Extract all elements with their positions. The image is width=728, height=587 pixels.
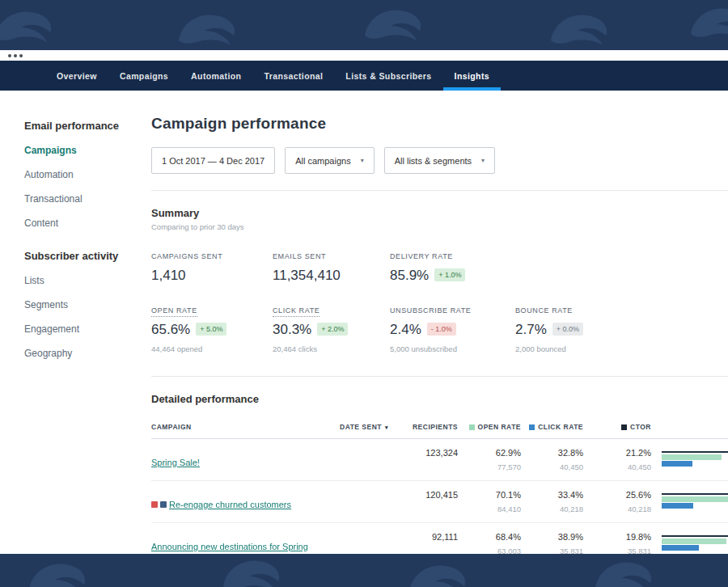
col-ctor[interactable]: CTOR [583, 423, 651, 431]
sidebar: Email performance Campaigns Automation T… [0, 91, 129, 554]
ctor-cell: 25.6%40,218 [583, 490, 651, 513]
stat-value: 2.4%- 1.0% [390, 322, 515, 338]
ctor-legend-icon [621, 424, 627, 430]
trend-badge: - 1.0% [427, 323, 456, 336]
sidebar-item-content[interactable]: Content [24, 217, 129, 229]
sidebar-item-segments[interactable]: Segments [24, 299, 129, 310]
sidebar-item-transactional[interactable]: Transactional [24, 193, 129, 205]
col-click-rate[interactable]: CLICK RATE [521, 423, 583, 431]
ctor-cell: 19.8%35,831 [583, 532, 651, 554]
sidebar-item-lists[interactable]: Lists [24, 275, 129, 286]
stat-sub: 5,000 unsubscribed [390, 344, 515, 353]
bottom-banner [0, 554, 728, 587]
table-header-row: CAMPAIGN DATE SENT▾ RECIPIENTS OPEN RATE… [151, 423, 728, 439]
swirl-icon [218, 554, 291, 587]
sidebar-item-engagement[interactable]: Engagement [24, 323, 129, 335]
window-dot [19, 54, 23, 57]
stat-open-rate: OPEN RATE 65.6%+ 5.0% 44,464 opened [151, 306, 273, 353]
summary-stats-row-1: CAMPAIGNS SENT 1,410 EMAILS SENT 11,354,… [151, 252, 728, 284]
recipients-cell: 123,324 [404, 448, 458, 471]
swirl-icon [546, 8, 619, 50]
row-bar-chart [662, 535, 728, 554]
swirl-icon [0, 5, 63, 47]
nav-campaigns[interactable]: Campaigns [108, 61, 180, 91]
sidebar-item-campaigns[interactable]: Campaigns [24, 145, 129, 156]
sidebar-item-geography[interactable]: Geography [24, 348, 129, 359]
campaign-cell: Spring Sale! [151, 448, 340, 471]
date-range-value: 1 Oct 2017 — 4 Dec 2017 [162, 156, 265, 166]
open-rate-bar [662, 454, 722, 460]
click-rate-bar [662, 461, 692, 467]
nav-lists-subscribers[interactable]: Lists & Subscribers [334, 61, 442, 91]
campaign-link[interactable]: Announcing new destinations for Spring [151, 542, 308, 551]
click-rate-legend-icon [529, 424, 535, 430]
campaign-link[interactable]: Spring Sale! [151, 458, 200, 467]
col-campaign[interactable]: CAMPAIGN [151, 423, 340, 431]
campaign-link[interactable]: Re-engage churned customers [169, 500, 291, 509]
swirl-icon [174, 8, 247, 50]
list-filter-select[interactable]: All lists & segments ▾ [384, 147, 495, 174]
stat-value: 30.3%+ 2.0% [273, 322, 390, 338]
swirl-icon [686, 2, 728, 44]
top-nav: Overview Campaigns Automation Transactio… [0, 61, 728, 91]
chevron-down-icon: ▾ [481, 157, 485, 164]
ctor-cell: 21.2%40,450 [583, 448, 651, 471]
divider [151, 190, 728, 191]
main-area: Email performance Campaigns Automation T… [0, 91, 728, 554]
stat-label: DELIVERY RATE [390, 252, 515, 260]
stat-value: 65.6%+ 5.0% [151, 322, 273, 338]
stat-unsubscribe-rate: UNSUBSCRIBE RATE 2.4%- 1.0% 5,000 unsubs… [390, 306, 515, 353]
campaign-table: CAMPAIGN DATE SENT▾ RECIPIENTS OPEN RATE… [151, 423, 728, 554]
open-rate-cell: 68.4%63,003 [458, 532, 521, 554]
stat-click-rate: CLICK RATE 30.3%+ 2.0% 20,464 clicks [273, 306, 390, 353]
stat-sub: 20,464 clicks [273, 344, 390, 353]
table-row: Spring Sale! 123,324 62.9%77,570 32.8%40… [151, 439, 728, 481]
summary-stats-row-2: OPEN RATE 65.6%+ 5.0% 44,464 opened CLIC… [151, 306, 728, 353]
chevron-down-icon: ▾ [361, 157, 364, 164]
stat-sub: 2,000 bounced [515, 344, 645, 353]
sidebar-item-automation[interactable]: Automation [24, 169, 129, 180]
content-area: Campaign performance 1 Oct 2017 — 4 Dec … [129, 91, 728, 554]
click-rate-cell: 32.8%40,450 [521, 448, 583, 471]
nav-automation[interactable]: Automation [180, 61, 252, 91]
click-rate-bar [662, 545, 699, 551]
stat-label: CLICK RATE [273, 306, 390, 315]
window-dot [8, 54, 11, 57]
campaign-filter-value: All campaigns [295, 156, 350, 166]
stat-label: OPEN RATE [151, 306, 273, 315]
nav-overview[interactable]: Overview [45, 61, 108, 91]
open-rate-cell: 70.1%84,410 [458, 490, 521, 513]
divider [151, 376, 728, 377]
nav-transactional[interactable]: Transactional [252, 61, 334, 91]
date-range-picker[interactable]: 1 Oct 2017 — 4 Dec 2017 [151, 147, 275, 174]
stat-value: 1,410 [151, 268, 273, 284]
stat-label: CAMPAIGNS SENT [151, 252, 273, 260]
app-window: Overview Campaigns Automation Transactio… [0, 0, 728, 587]
page-title: Campaign performance [151, 115, 728, 133]
trend-badge: + 1.0% [434, 268, 465, 281]
trend-badge: + 0.0% [552, 323, 583, 336]
campaign-cell: Announcing new destinations for Spring [151, 532, 340, 554]
stat-label: EMAILS SENT [273, 252, 390, 260]
detailed-performance-title: Detailed performance [151, 393, 728, 405]
stat-campaigns-sent: CAMPAIGNS SENT 1,410 [151, 252, 273, 284]
open-rate-bar [662, 538, 726, 544]
stat-emails-sent: EMAILS SENT 11,354,410 [273, 252, 390, 284]
ab-test-a-icon [151, 501, 158, 508]
recipients-cell: 120,415 [404, 490, 458, 513]
nav-insights[interactable]: Insights [443, 61, 501, 91]
col-open-rate[interactable]: OPEN RATE [458, 423, 521, 431]
campaign-filter-select[interactable]: All campaigns ▾ [285, 147, 375, 174]
col-recipients[interactable]: RECIPIENTS [404, 423, 458, 431]
list-filter-value: All lists & segments [395, 156, 472, 166]
ab-test-b-icon [160, 501, 167, 508]
col-date-sent[interactable]: DATE SENT▾ [340, 423, 404, 431]
sidebar-heading-subscriber-activity: Subscriber activity [24, 250, 129, 262]
sort-desc-icon: ▾ [385, 424, 388, 430]
trend-badge: + 2.0% [317, 323, 348, 336]
open-rate-cell: 62.9%77,570 [458, 448, 521, 471]
open-rate-bar [662, 496, 728, 502]
click-rate-cell: 38.9%35,831 [521, 532, 583, 554]
top-banner [0, 0, 728, 50]
row-bar-chart [662, 493, 728, 513]
